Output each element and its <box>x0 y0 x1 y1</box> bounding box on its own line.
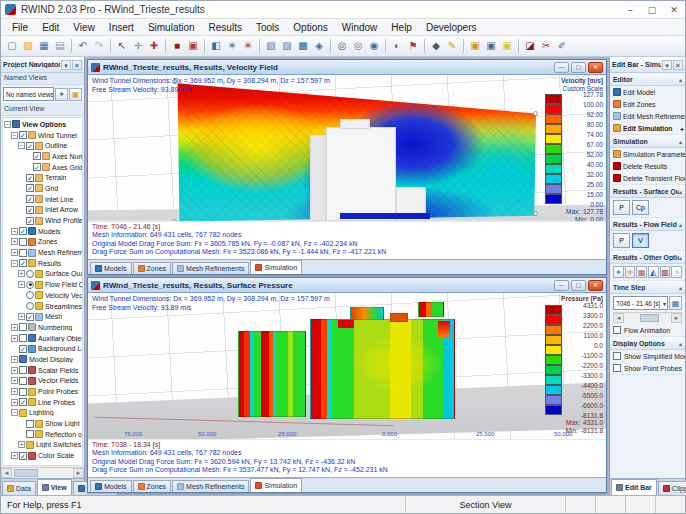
tree-item-axes-grid[interactable]: ✓Axes Grid <box>3 162 82 173</box>
navigator-horizontal-scrollbar[interactable]: ◄ ► <box>1 467 84 478</box>
tree-item-line-probes[interactable]: +✓Line Probes <box>3 397 82 408</box>
tree-checkbox[interactable]: ✓ <box>33 163 41 171</box>
simulation-parameters-button[interactable]: Simulation Parameters... <box>610 148 685 160</box>
result-table-button[interactable]: ▦ <box>636 266 647 278</box>
menu-item-edit[interactable]: Edit <box>35 21 66 34</box>
tree-item-velocity-vectors[interactable]: Velocity Vectors <box>3 290 82 301</box>
viewport-1-tab-mesh-refinements[interactable]: Mesh Refinements <box>172 262 249 274</box>
navigator-tab-view[interactable]: View <box>37 479 72 495</box>
viewport-1-tab-models[interactable]: Models <box>90 262 132 274</box>
tree-expander-icon[interactable]: + <box>11 377 18 384</box>
export-button[interactable]: ◆ <box>428 38 444 55</box>
show-simplified-model-row[interactable]: Show Simplified Model <box>610 350 685 362</box>
tree-checkbox[interactable]: ✓ <box>26 217 34 225</box>
add-point-button[interactable]: ✚ <box>146 38 162 55</box>
model-blue-button[interactable]: ▣ <box>483 38 499 55</box>
tree-item-wind-profile[interactable]: ✓Wind Profile <box>3 215 82 226</box>
tree-item-streamlines[interactable]: Streamlines <box>3 301 82 312</box>
menu-item-file[interactable]: File <box>5 21 35 34</box>
tree-checkbox[interactable] <box>19 334 27 342</box>
tree-radio[interactable] <box>26 291 34 299</box>
menu-item-window[interactable]: Window <box>335 21 385 34</box>
clipper-tool-button[interactable]: ◪ <box>522 38 538 55</box>
close-button[interactable]: ✕ <box>667 5 681 15</box>
viewport-2-tab-simulation[interactable]: Simulation <box>250 478 302 492</box>
viewport-restore-button[interactable]: ▢ <box>571 280 586 291</box>
tree-item-color-scale[interactable]: +✓Color Scale <box>3 450 82 461</box>
surface-pressure-button[interactable]: P <box>613 200 630 215</box>
new-file-button[interactable]: ▢ <box>4 38 20 55</box>
panel-close-icon[interactable]: ✕ <box>673 60 683 70</box>
delete-transient-flow-result-button[interactable]: Delete Transient Flow Result... <box>610 172 685 184</box>
tree-checkbox[interactable] <box>19 249 27 257</box>
tree-expander-icon[interactable]: − <box>11 409 18 416</box>
menu-item-options[interactable]: Options <box>286 21 334 34</box>
probe-settings-button[interactable]: ◔ <box>671 266 682 278</box>
time-step-settings-button[interactable]: ▦ <box>669 296 682 310</box>
flag-button[interactable]: ⚑ <box>405 38 421 55</box>
tree-expander-icon[interactable]: − <box>4 121 11 128</box>
scrollbar-thumb[interactable] <box>14 469 38 477</box>
section-header-simulation[interactable]: Simulation▴ <box>610 135 685 148</box>
tree-item-wind-tunnel[interactable]: −✓Wind Tunnel <box>3 130 82 141</box>
viewport-2-tab-models[interactable]: Models <box>90 480 132 492</box>
maximize-button[interactable]: ▢ <box>645 5 659 15</box>
tree-expander-icon[interactable]: + <box>11 356 18 363</box>
tree-radio[interactable] <box>26 281 34 289</box>
menu-item-results[interactable]: Results <box>202 21 249 34</box>
scrollbar-thumb[interactable] <box>640 314 659 322</box>
edit-simulation-button[interactable]: Edit Simulation◂ <box>610 122 685 134</box>
result-diagram-button[interactable]: ◭ <box>648 266 659 278</box>
move-button[interactable]: ✛ <box>130 38 146 55</box>
tree-item-results[interactable]: −✓Results <box>3 258 82 269</box>
tree-expander-icon[interactable]: + <box>18 270 25 277</box>
tree-checkbox[interactable]: ✓ <box>26 184 34 192</box>
tree-expander-icon[interactable]: + <box>11 249 18 256</box>
menu-item-view[interactable]: View <box>66 21 102 34</box>
tree-checkbox[interactable]: ✓ <box>26 313 34 321</box>
tree-item-models[interactable]: +✓Models <box>3 226 82 237</box>
section-header-editor[interactable]: Editor▴ <box>610 73 685 86</box>
section-x-button[interactable]: ▧ <box>263 38 279 55</box>
zoom-out-button[interactable]: ◎ <box>350 38 366 55</box>
edit-wind-tunnel-button[interactable]: ◧ <box>208 38 224 55</box>
tree-checkbox[interactable] <box>26 430 34 438</box>
menu-item-simulation[interactable]: Simulation <box>141 21 202 34</box>
redo-button[interactable]: ↷ <box>91 38 107 55</box>
zoom-in-button[interactable]: ◎ <box>334 38 350 55</box>
tree-checkbox[interactable] <box>26 420 34 428</box>
section-header-results-flow-field-quantities[interactable]: Results - Flow Field Quantities▴ <box>610 218 685 231</box>
tree-checkbox[interactable]: ✓ <box>19 452 27 460</box>
model-orange-button[interactable]: ▣ <box>467 38 483 55</box>
iso-view-button[interactable]: ◈ <box>311 38 327 55</box>
scroll-right-icon[interactable]: ► <box>671 313 682 323</box>
tree-item-surface-quantities[interactable]: +Surface Quantities <box>3 269 82 280</box>
insert-point-probe-button[interactable]: ✛ <box>625 266 636 278</box>
edit-zones-button[interactable]: Edit Zones <box>610 98 685 110</box>
tree-expander-icon[interactable]: + <box>18 441 25 448</box>
pen-tool-button[interactable]: ✐ <box>554 38 570 55</box>
show-isosurface-button[interactable]: ✦ <box>613 266 624 278</box>
tree-item-auxiliary-objects[interactable]: +Auxiliary Objects <box>3 333 82 344</box>
tree-checkbox[interactable]: ✓ <box>19 227 27 235</box>
tree-checkbox[interactable]: ✓ <box>26 174 34 182</box>
minimize-button[interactable]: – <box>623 5 637 15</box>
section-header-results-other-options[interactable]: Results - Other Options▴ <box>610 251 685 264</box>
render-mode-button[interactable]: ◐ <box>389 38 405 55</box>
tree-item-terrain[interactable]: ✓Terrain <box>3 172 82 183</box>
print-button[interactable]: ▤ <box>52 38 68 55</box>
tree-item-inlet-line[interactable]: ✓Inlet Line <box>3 194 82 205</box>
tree-checkbox[interactable] <box>19 238 27 246</box>
section-header-time-step[interactable]: Time Step▴ <box>610 281 685 294</box>
tree-item-view-options[interactable]: −View Options <box>3 119 82 130</box>
tree-item-point-probes[interactable]: +Point Probes <box>3 386 82 397</box>
edit-bar-tab-edit-bar[interactable]: Edit Bar <box>611 479 657 495</box>
edit-mesh-button[interactable]: ✳ <box>224 38 240 55</box>
run-simulation-button[interactable]: ✳ <box>240 38 256 55</box>
tree-checkbox[interactable] <box>19 388 27 396</box>
panel-dock-icon[interactable]: ▾ <box>61 60 71 70</box>
viewport-close-button[interactable]: ✕ <box>588 280 603 291</box>
tree-item-outline[interactable]: −✓Outline <box>3 140 82 151</box>
scroll-left-icon[interactable]: ◄ <box>1 468 12 478</box>
tree-item-flow-field-quantities[interactable]: +Flow Field Quantities <box>3 279 82 290</box>
